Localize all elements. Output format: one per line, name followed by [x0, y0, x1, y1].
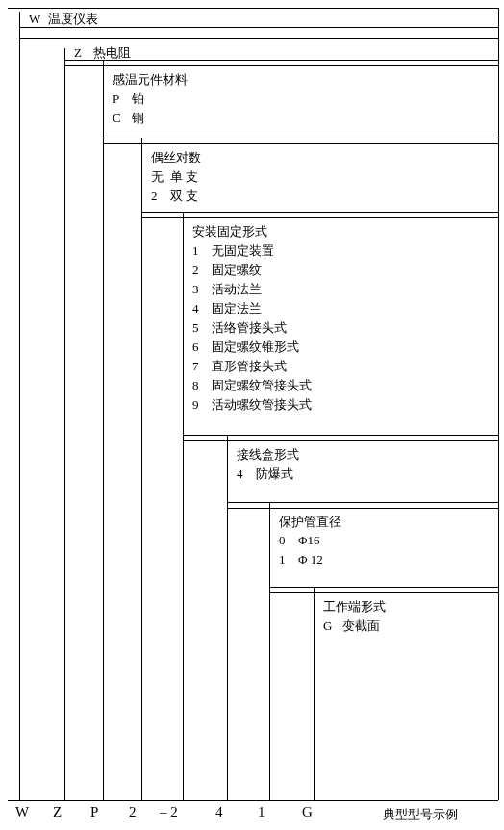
section-title: 接线盒形式 — [237, 446, 299, 464]
option-row: 2双 支 — [151, 188, 198, 205]
model-code-char: P — [90, 804, 98, 820]
section-title: 安装固定形式 — [192, 223, 267, 240]
option-row: 3活动法兰 — [192, 281, 262, 298]
model-code-char: 1 — [258, 804, 265, 820]
option-row: 无单 支 — [151, 168, 198, 186]
option-row: 9活动螺纹管接头式 — [192, 396, 312, 414]
model-code-char: – 2 — [160, 804, 178, 820]
model-code-char: W — [15, 804, 29, 820]
level-line — [227, 435, 228, 800]
option-row: 4固定法兰 — [192, 300, 262, 317]
option-row: 5活络管接头式 — [192, 319, 287, 337]
section-title: W温度仪表 — [29, 11, 98, 28]
section-title: 感温元件材料 — [113, 71, 188, 88]
option-row: 8固定螺纹管接头式 — [192, 377, 312, 394]
option-row: 7直形管接头式 — [192, 358, 287, 375]
section-title: 偶丝对数 — [151, 149, 201, 166]
option-row: 1Φ 12 — [279, 552, 323, 567]
option-row: P铂 — [113, 90, 144, 108]
level-line — [64, 48, 65, 800]
option-row: 2固定螺纹 — [192, 262, 262, 279]
option-row: 4防爆式 — [237, 465, 293, 483]
level-line — [314, 587, 315, 800]
option-row: 1无固定装置 — [192, 242, 274, 260]
level-line — [141, 138, 142, 800]
section-title: 保护管直径 — [279, 514, 341, 531]
example-label: 典型型号示例 — [383, 806, 458, 823]
option-row: G变截面 — [323, 617, 380, 635]
level-line — [183, 212, 184, 800]
option-row: 6固定螺纹锥形式 — [192, 339, 299, 356]
level-line — [269, 502, 270, 800]
option-row: C铜 — [113, 110, 144, 127]
level-line — [103, 60, 104, 800]
level-line — [19, 12, 20, 800]
bottom-line — [8, 800, 498, 801]
section-title: 工作端形式 — [323, 598, 386, 616]
model-code-char: 4 — [215, 804, 223, 820]
option-row: 0Φ16 — [279, 533, 320, 548]
model-code-char: G — [302, 804, 313, 820]
model-code-char: 2 — [129, 804, 137, 820]
model-code-char: Z — [53, 804, 62, 820]
